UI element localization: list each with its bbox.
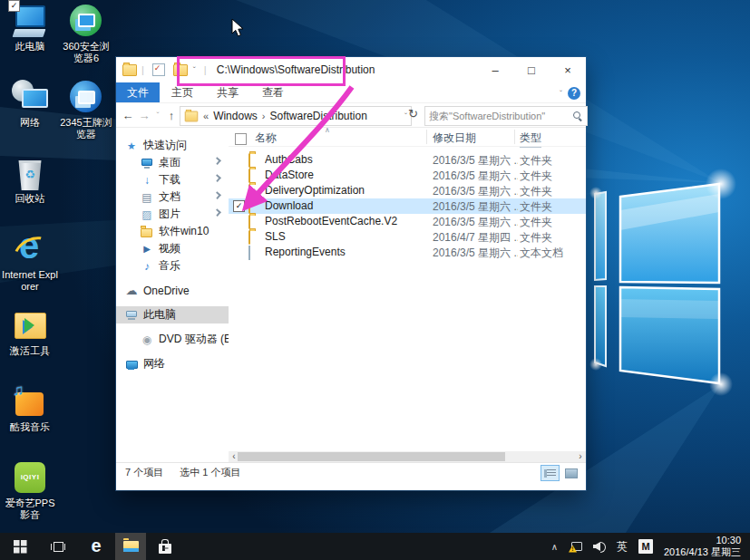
clock[interactable]: 10:302016/4/13 星期三: [658, 535, 750, 558]
select-all-checkbox[interactable]: [235, 133, 247, 145]
nav-item-label: 网络: [143, 356, 165, 372]
file-type-icon: [248, 246, 250, 260]
column-header-type[interactable]: 类型: [520, 130, 541, 148]
address-input[interactable]: « Windows › SoftwareDistribution ˇ: [180, 106, 412, 126]
nav-item[interactable]: 文档: [116, 188, 229, 206]
details-view-button[interactable]: [541, 465, 560, 481]
desktop-icon[interactable]: 2345王牌浏览器: [58, 80, 114, 156]
history-dropdown-icon[interactable]: ˇ: [152, 111, 163, 120]
close-button[interactable]: ×: [550, 57, 586, 82]
desktop-icon[interactable]: 360安全浏览器6: [58, 4, 114, 80]
scroll-right-icon[interactable]: ›: [575, 451, 586, 462]
file-type-icon: [248, 199, 250, 214]
nav-item-label: 软件win10: [159, 224, 209, 239]
breadcrumb-windows[interactable]: Windows: [213, 110, 258, 122]
ribbon-tab[interactable]: 共享: [205, 82, 250, 102]
crumb-prefix: «: [203, 111, 209, 121]
minimize-button[interactable]: –: [477, 57, 513, 82]
desktop-icon[interactable]: 酷我音乐: [2, 384, 58, 460]
file-row[interactable]: Download 2016/3/5 星期六 ... 文件夹: [229, 198, 586, 214]
scrollbar-thumb[interactable]: [238, 452, 505, 461]
details-view-icon: [544, 469, 556, 478]
desktop-icon-label: 网络: [20, 117, 40, 129]
file-row[interactable]: DataStore 2016/3/5 星期六 ... 文件夹: [229, 168, 586, 183]
nav-item[interactable]: 此电脑: [116, 306, 229, 323]
nav-item[interactable]: 音乐: [116, 257, 229, 275]
maximize-button[interactable]: □: [513, 57, 550, 82]
desktop-icon[interactable]: 爱奇艺PPS 影音: [2, 460, 58, 536]
store-taskbar-button[interactable]: [150, 533, 180, 560]
search-input[interactable]: 搜索"SoftwareDistribution": [424, 106, 588, 126]
checkbox-icon[interactable]: [8, 0, 20, 12]
column-divider[interactable]: [426, 130, 427, 144]
file-type-icon: [248, 169, 250, 183]
back-button[interactable]: ←: [120, 109, 136, 122]
quick-access-toolbar-chevron-icon[interactable]: ˇ: [193, 65, 196, 74]
file-row[interactable]: DeliveryOptimization 2016/3/5 星期六 ... 文件…: [229, 183, 586, 198]
start-button[interactable]: [5, 533, 35, 560]
desktop-icon-image: [10, 460, 50, 497]
nav-item[interactable]: 网络: [116, 355, 229, 372]
volume-tray-button[interactable]: [588, 533, 611, 560]
clock-time: 10:30: [716, 535, 741, 546]
file-row[interactable]: AuthCabs 2016/3/5 星期六 ... 文件夹: [229, 152, 586, 168]
file-name: ReportingEvents: [265, 246, 428, 258]
search-icon[interactable]: [572, 111, 583, 121]
nav-item-icon: [141, 208, 153, 221]
column-divider[interactable]: [514, 130, 515, 144]
file-row[interactable]: ReportingEvents 2016/3/5 星期六 ... 文本文档: [229, 245, 586, 260]
nav-item[interactable]: 视频: [116, 240, 229, 257]
refresh-icon[interactable]: ↻: [408, 107, 418, 121]
nav-item-icon: [125, 358, 138, 371]
thumbnail-view-button[interactable]: [561, 465, 580, 481]
ribbon-tab[interactable]: 主页: [160, 82, 205, 102]
app-icon: [122, 64, 137, 76]
tray-expand-icon[interactable]: ∧: [546, 533, 563, 560]
properties-quick-icon[interactable]: [152, 63, 165, 76]
help-icon[interactable]: ?: [568, 87, 580, 100]
nav-item[interactable]: 桌面: [116, 154, 229, 171]
ribbon-collapse-icon[interactable]: ˇ: [560, 89, 562, 98]
desktop-icon[interactable]: 此电脑: [2, 4, 58, 80]
horizontal-scrollbar[interactable]: ‹ ›: [229, 451, 586, 462]
desktop-icon[interactable]: 激活工具: [2, 308, 58, 384]
file-list-pane: 名称 ∧ 修改日期 类型 AuthCabs 2016/3/5 星期六 ...: [229, 128, 586, 462]
network-tray-button[interactable]: !: [563, 533, 588, 560]
column-header-date[interactable]: 修改日期: [433, 130, 476, 146]
file-name: DeliveryOptimization: [265, 184, 428, 197]
nav-item[interactable]: 下载: [116, 171, 229, 188]
task-view-button[interactable]: [43, 533, 73, 560]
nav-item-icon: [141, 191, 153, 204]
nav-item-label: 图片: [159, 207, 180, 222]
forward-button[interactable]: →: [136, 109, 152, 122]
nav-item[interactable]: 快速访问: [116, 137, 229, 154]
explorer-window: | ˇ | C:\Windows\SoftwareDistribution – …: [116, 57, 586, 490]
file-row[interactable]: PostRebootEventCache.V2 2016/3/5 星期六 ...…: [229, 214, 586, 229]
up-button[interactable]: ↑: [163, 109, 180, 122]
language-indicator[interactable]: 英: [611, 533, 633, 560]
nav-item[interactable]: 软件win10: [116, 223, 229, 240]
ribbon-tab[interactable]: 文件: [116, 82, 160, 102]
desktop-icon[interactable]: 回收站: [2, 156, 58, 232]
column-header-name[interactable]: 名称: [255, 130, 277, 146]
address-dropdown-icon[interactable]: ˇ: [404, 111, 407, 121]
nav-item-icon: [141, 174, 153, 187]
breadcrumb-softwaredistribution[interactable]: SoftwareDistribution: [269, 110, 366, 122]
ribbon-tab[interactable]: 查看: [250, 82, 296, 102]
file-explorer-taskbar-button[interactable]: [115, 533, 146, 560]
nav-item-label: 桌面: [159, 155, 180, 170]
network-warning-icon: !: [569, 541, 582, 553]
nav-item-label: 下载: [159, 172, 180, 188]
file-type: 文件夹: [520, 169, 581, 184]
ime-indicator[interactable]: M: [633, 533, 658, 560]
nav-item[interactable]: 图片: [116, 206, 229, 223]
new-folder-quick-icon[interactable]: [173, 64, 188, 76]
nav-item[interactable]: OneDrive: [116, 282, 229, 299]
file-row[interactable]: SLS 2016/4/7 星期四 ... 文件夹: [229, 229, 586, 245]
nav-item[interactable]: DVD 驱动器 (E:) SKF: [116, 331, 229, 348]
desktop-icon[interactable]: Internet Explorer: [2, 232, 58, 308]
desktop-icon[interactable]: 网络: [2, 80, 58, 156]
row-checkbox[interactable]: [233, 200, 245, 212]
desktop-icon-label: 360安全浏览器6: [58, 41, 114, 64]
edge-taskbar-button[interactable]: e: [81, 533, 112, 560]
